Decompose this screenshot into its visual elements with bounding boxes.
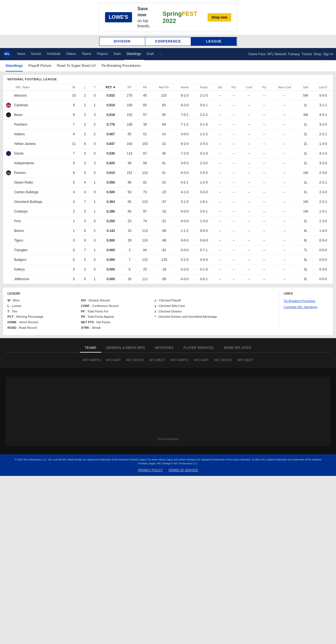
subnav-standings[interactable]: Standings <box>6 60 23 71</box>
nav-network[interactable]: NFL Network <box>267 52 287 56</box>
team-last5: 3-2-0 <box>313 120 333 129</box>
privacy-policy-link[interactable]: PRIVACY POLICY <box>138 468 163 473</box>
subnav-road-to-superbowl[interactable]: Road To Super Bowl LVI <box>57 60 95 71</box>
footer-afc-east[interactable]: AFC EAST <box>106 357 121 363</box>
team-pa: 74 <box>137 216 153 226</box>
team-name-cell[interactable]: Steam Roller <box>3 177 68 187</box>
team-name-cell[interactable]: Bisons <box>3 226 68 235</box>
nav-gamepass[interactable]: Game Pass <box>248 52 266 56</box>
nav-more[interactable]: ··· <box>157 48 165 60</box>
footer-nfc-west[interactable]: NFC WEST <box>237 357 253 363</box>
team-name-cell[interactable]: Kelleys <box>3 264 68 274</box>
nav-tickets[interactable]: Tickets <box>302 52 312 56</box>
team-losses: 2 <box>80 100 90 110</box>
footer-tab-teams[interactable]: TEAMS <box>80 344 101 353</box>
terms-of-service-link[interactable]: TERMS OF SERVICE <box>168 468 198 473</box>
nav-signin[interactable]: Sign In <box>323 52 333 56</box>
footer-tab-general[interactable]: GENERAL & MEDIA INFO <box>101 344 150 353</box>
footer-tab-player-services[interactable]: PLAYER SERVICES <box>179 344 219 353</box>
team-pa: 45 <box>137 91 153 100</box>
team-nonconf: -- <box>271 255 298 264</box>
team-name-cell[interactable]: Triangles <box>3 245 68 255</box>
team-pa: 132 <box>137 255 153 264</box>
nav-scores[interactable]: Scores <box>28 48 44 60</box>
division-tab[interactable]: DIVISION <box>100 37 145 46</box>
nav-players[interactable]: Players <box>94 48 111 60</box>
team-nonconf: -- <box>271 197 298 206</box>
footer-afc-north[interactable]: AFC NORTH <box>83 357 100 363</box>
team-div: -- <box>213 168 227 177</box>
footer-nfc-north[interactable]: NFC NORTH <box>170 357 188 363</box>
team-net: -32 <box>153 206 175 216</box>
nav-shop[interactable]: Shop <box>314 52 321 56</box>
footer-tab-initiatives[interactable]: INITIATIVES <box>150 344 179 353</box>
team-name-cell[interactable]: Pros <box>3 216 68 226</box>
league-tab[interactable]: LEAGUE <box>191 37 236 46</box>
team-name-cell[interactable]: Indians <box>3 129 68 139</box>
team-ties: 0 <box>90 168 100 177</box>
conference-tab[interactable]: CONFERENCE <box>145 37 191 46</box>
team-name-cell[interactable]: Canton Bulldogs <box>3 187 68 197</box>
team-name-cell[interactable]: CHI Bears <box>3 110 68 120</box>
tie-breaking-link[interactable]: Tie Breaking Procedure <box>284 298 329 304</box>
footer-tab-more[interactable]: MORE NFL SITES <box>219 344 256 353</box>
team-name-cell[interactable]: Panthers <box>3 120 68 129</box>
shop-now-button[interactable]: Shop now <box>208 13 231 22</box>
team-name-cell[interactable]: GB Packers <box>3 168 68 177</box>
team-nonconf: -- <box>271 274 298 284</box>
team-home: 0-2-0 <box>175 264 194 274</box>
footer-afc-south[interactable]: AFC SOUTH <box>126 357 144 363</box>
team-name-label: Bisons <box>14 229 24 233</box>
nav-news[interactable]: News <box>14 48 28 60</box>
complete-standings-link[interactable]: Complete NFL Standings <box>284 304 329 310</box>
lowes-logo[interactable]: LOWE'S <box>105 12 132 22</box>
nav-draft[interactable]: Draft <box>144 48 157 60</box>
team-pf: 65 <box>122 197 137 206</box>
team-last5: 1-3-1 <box>313 206 333 216</box>
nav-standings[interactable]: Standings <box>124 48 144 60</box>
team-name-cell[interactable]: Yellow Jackets <box>3 139 68 149</box>
team-strk: 9L <box>298 235 313 245</box>
svg-text:NYG: NYG <box>6 153 11 155</box>
team-net: 14 <box>153 129 175 139</box>
team-div-pct: -- <box>227 245 241 255</box>
team-name-cell[interactable]: ARI Cardinals <box>3 100 68 110</box>
svg-text:ARI: ARI <box>7 104 10 107</box>
nav-videos[interactable]: Videos <box>63 48 79 60</box>
team-name-cell[interactable]: Independents <box>3 158 68 168</box>
team-name-cell[interactable]: Cleveland Bulldogs <box>3 197 68 206</box>
team-home: 0-0-0 <box>175 206 194 216</box>
team-conf: -- <box>241 110 257 120</box>
team-nonconf: -- <box>271 110 298 120</box>
subnav-playoff-picture[interactable]: Playoff Picture <box>28 60 52 71</box>
team-road: 0-1-0 <box>194 120 213 129</box>
nav-stats[interactable]: Stats <box>111 48 123 60</box>
download-apps[interactable]: Download Apps <box>6 432 330 446</box>
team-ties: 1 <box>90 100 100 110</box>
nav-schedule[interactable]: Schedule <box>44 48 63 60</box>
team-name-cell[interactable]: Badgers <box>3 255 68 264</box>
footer-nfc-east[interactable]: NFC EAST <box>194 357 209 363</box>
team-name-cell[interactable]: NYG Giants <box>3 149 68 158</box>
team-pct: 0.818 <box>100 110 122 120</box>
team-last5: 1-3-0 <box>313 216 333 226</box>
team-last5: 0-5-0 <box>313 274 333 284</box>
team-name-cell[interactable]: Maroons <box>3 91 68 100</box>
team-ties: 0 <box>90 235 100 245</box>
team-ties: 1 <box>90 177 100 187</box>
team-name-label: Pros <box>14 219 21 223</box>
team-name-cell[interactable]: Cowboys <box>3 206 68 216</box>
col-pct[interactable]: PCT ▼ <box>100 84 122 91</box>
nav-fantasy[interactable]: Fantasy <box>288 52 300 56</box>
team-div-pct: -- <box>227 274 241 284</box>
team-name-cell[interactable]: Tigers <box>3 235 68 245</box>
team-last5: 2-2-1 <box>313 197 333 206</box>
team-conf: -- <box>241 120 257 129</box>
team-strk: 3L <box>298 264 313 274</box>
team-name-cell[interactable]: Jeffersons <box>3 274 68 284</box>
nav-teams[interactable]: Teams <box>79 48 94 60</box>
ad-brands-text: on top brands. <box>138 18 150 28</box>
footer-afc-west[interactable]: AFC WEST <box>149 357 165 363</box>
footer-nfc-south[interactable]: NFC SOUTH <box>214 357 232 363</box>
subnav-tiebreaking[interactable]: Tie-Breaking Procedures <box>101 60 141 71</box>
